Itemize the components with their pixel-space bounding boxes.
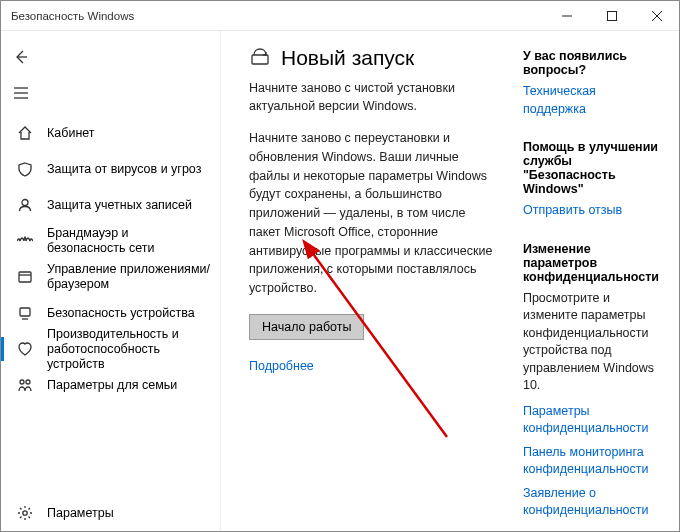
svg-point-8	[22, 200, 28, 206]
side-block-feedback: Помощь в улучшении службы "Безопасность …	[523, 140, 659, 220]
sidebar-item-app-browser[interactable]: Управление приложениями/браузером	[1, 259, 220, 295]
sidebar-item-label: Защита учетных записей	[47, 198, 210, 213]
svg-rect-1	[607, 11, 616, 20]
hamburger-button[interactable]	[1, 75, 41, 111]
network-icon	[15, 233, 35, 249]
main-content: Новый запуск Начните заново с чистой уст…	[221, 31, 679, 531]
window-controls	[544, 1, 679, 30]
hamburger-icon	[13, 85, 29, 101]
description-text: Начните заново с переустановки и обновле…	[249, 129, 497, 298]
sidebar-item-virus[interactable]: Защита от вирусов и угроз	[1, 151, 220, 187]
side-heading: У вас появились вопросы?	[523, 49, 659, 77]
page-title-row: Новый запуск	[249, 45, 497, 70]
gear-icon	[15, 505, 35, 521]
minimize-button[interactable]	[544, 1, 589, 30]
sidebar-item-label: Безопасность устройства	[47, 306, 210, 321]
side-heading: Помощь в улучшении службы "Безопасность …	[523, 140, 659, 196]
feedback-link[interactable]: Отправить отзыв	[523, 202, 659, 220]
svg-point-13	[20, 380, 24, 384]
sidebar-item-account[interactable]: Защита учетных записей	[1, 187, 220, 223]
svg-point-15	[23, 511, 27, 515]
home-icon	[15, 125, 35, 141]
svg-rect-9	[19, 272, 31, 282]
sidebar-item-label: Защита от вирусов и угроз	[47, 162, 210, 177]
page-title: Новый запуск	[281, 46, 414, 70]
svg-point-14	[26, 380, 30, 384]
sidebar-item-label: Параметры	[47, 506, 210, 521]
sidebar-item-label: Параметры для семьи	[47, 378, 210, 393]
intro-text: Начните заново с чистой установки актуал…	[249, 80, 497, 115]
sidebar-item-label: Управление приложениями/браузером	[47, 262, 210, 292]
sidebar-item-settings[interactable]: Параметры	[1, 495, 220, 531]
learn-more-link[interactable]: Подробнее	[249, 358, 497, 376]
svg-rect-16	[252, 55, 268, 64]
account-icon	[15, 197, 35, 213]
sidebar: Кабинет Защита от вирусов и угроз Защита…	[1, 31, 221, 531]
svg-rect-11	[20, 308, 30, 316]
side-block-questions: У вас появились вопросы? Техническая под…	[523, 49, 659, 118]
support-link[interactable]: Техническая поддержка	[523, 83, 659, 118]
privacy-text: Просмотрите и измените параметры конфиде…	[523, 290, 659, 395]
close-button[interactable]	[634, 1, 679, 30]
side-block-privacy: Изменение параметров конфиденциальности …	[523, 242, 659, 520]
get-started-button[interactable]: Начало работы	[249, 314, 364, 340]
device-security-icon	[15, 305, 35, 321]
back-button[interactable]	[1, 39, 41, 75]
sidebar-item-label: Брандмауэр и безопасность сети	[47, 226, 210, 256]
shield-icon	[15, 161, 35, 177]
back-arrow-icon	[13, 49, 29, 65]
fresh-start-icon	[249, 45, 271, 70]
maximize-button[interactable]	[589, 1, 634, 30]
titlebar: Безопасность Windows	[1, 1, 679, 31]
family-icon	[15, 377, 35, 393]
privacy-statement-link[interactable]: Заявление о конфиденциальности	[523, 485, 659, 520]
window-title: Безопасность Windows	[11, 10, 544, 22]
sidebar-item-home[interactable]: Кабинет	[1, 115, 220, 151]
privacy-settings-link[interactable]: Параметры конфиденциальности	[523, 403, 659, 438]
privacy-dashboard-link[interactable]: Панель мониторинга конфиденциальности	[523, 444, 659, 479]
sidebar-item-family[interactable]: Параметры для семьи	[1, 367, 220, 403]
sidebar-item-label: Производительность и работоспособность у…	[47, 327, 210, 372]
app-browser-icon	[15, 269, 35, 285]
sidebar-item-label: Кабинет	[47, 126, 210, 141]
sidebar-item-firewall[interactable]: Брандмауэр и безопасность сети	[1, 223, 220, 259]
side-heading: Изменение параметров конфиденциальности	[523, 242, 659, 284]
sidebar-item-performance[interactable]: Производительность и работоспособность у…	[1, 331, 220, 367]
health-icon	[15, 341, 35, 357]
